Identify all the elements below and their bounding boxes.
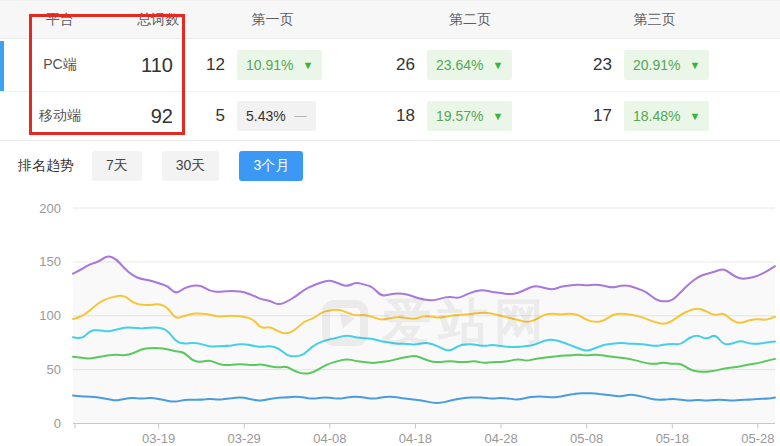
page2-percent-badge: 23.64% ▼ — [427, 50, 512, 80]
col-header-page2: 第二页 — [415, 11, 525, 29]
trend-tabs: 7天30天3个月 — [92, 151, 323, 181]
col-header-platform: 平台 — [0, 11, 120, 29]
trend-line-chart-svg: 05010015020003-1903-2904-0804-1804-2805-… — [0, 191, 780, 446]
total-words-cell: 110 — [120, 54, 185, 77]
page3-count: 17 — [525, 106, 612, 126]
page1-percent-badge: 10.91% ▼ — [237, 50, 322, 80]
table-row-移动端[interactable]: 移动端9255.43% —1819.57% ▼1718.48% ▼ — [0, 92, 780, 141]
total-words-cell: 92 — [120, 105, 185, 128]
keyword-rank-panel: 平台 总词数 第一页 第二页 第三页 PC端1101210.91% ▼2623.… — [0, 0, 780, 446]
y-tick-label-100: 100 — [39, 308, 61, 323]
x-tick-label-05-18: 05-18 — [656, 431, 689, 446]
trend-tab-30天[interactable]: 30天 — [162, 151, 220, 181]
page2-count: 26 — [320, 55, 415, 75]
down-triangle-icon: ▼ — [302, 59, 313, 71]
platform-cell: PC端 — [0, 56, 120, 74]
page3-percent-badge: 18.48% ▼ — [624, 101, 709, 131]
page3-badge-cell: 20.91% ▼ — [612, 50, 697, 80]
x-tick-label-04-18: 04-18 — [399, 431, 432, 446]
x-tick-label-03-29: 03-29 — [228, 431, 261, 446]
col-header-page1: 第一页 — [225, 11, 320, 29]
summary-table: 平台 总词数 第一页 第二页 第三页 PC端1101210.91% ▼2623.… — [0, 1, 780, 141]
page1-count: 12 — [185, 55, 225, 75]
page2-badge-cell: 23.64% ▼ — [415, 50, 525, 80]
platform-cell: 移动端 — [0, 107, 120, 125]
page3-percent-badge: 20.91% ▼ — [624, 50, 709, 80]
x-tick-label-04-08: 04-08 — [313, 431, 346, 446]
x-tick-label-05-28: 05-28 — [741, 431, 774, 446]
x-tick-label-04-28: 04-28 — [484, 431, 517, 446]
col-header-total: 总词数 — [120, 11, 185, 29]
down-triangle-icon: ▼ — [492, 110, 503, 122]
ranking-trend-chart: 爱站网 05010015020003-1903-2904-0804-1804-2… — [0, 191, 780, 446]
col-header-page3: 第三页 — [612, 11, 697, 29]
down-triangle-icon: ▼ — [492, 59, 503, 71]
trend-bar: 排名趋势 7天30天3个月 — [0, 141, 780, 191]
page2-count: 18 — [320, 106, 415, 126]
x-tick-label-03-19: 03-19 — [142, 431, 175, 446]
x-tick-label-05-08: 05-08 — [570, 431, 603, 446]
page1-percent-badge: 5.43% — — [237, 101, 316, 131]
down-triangle-icon: ▼ — [689, 110, 700, 122]
table-row-PC端[interactable]: PC端1101210.91% ▼2623.64% ▼2320.91% ▼ — [0, 39, 780, 92]
page1-badge-cell: 5.43% — — [225, 101, 320, 131]
selected-row-indicator — [0, 41, 4, 91]
trend-tab-7天[interactable]: 7天 — [92, 151, 142, 181]
page2-percent-badge: 19.57% ▼ — [427, 101, 512, 131]
page3-count: 23 — [525, 55, 612, 75]
flat-dash-icon: — — [295, 109, 307, 123]
y-tick-label-0: 0 — [54, 416, 61, 431]
y-tick-label-150: 150 — [39, 254, 61, 269]
page1-count: 5 — [185, 106, 225, 126]
trend-title: 排名趋势 — [18, 157, 74, 175]
page1-badge-cell: 10.91% ▼ — [225, 50, 320, 80]
page3-badge-cell: 18.48% ▼ — [612, 101, 697, 131]
page2-badge-cell: 19.57% ▼ — [415, 101, 525, 131]
down-triangle-icon: ▼ — [689, 59, 700, 71]
y-tick-label-50: 50 — [47, 362, 61, 377]
table-header-row: 平台 总词数 第一页 第二页 第三页 — [0, 1, 780, 39]
trend-tab-3个月[interactable]: 3个月 — [239, 151, 303, 181]
y-tick-label-200: 200 — [39, 201, 61, 216]
